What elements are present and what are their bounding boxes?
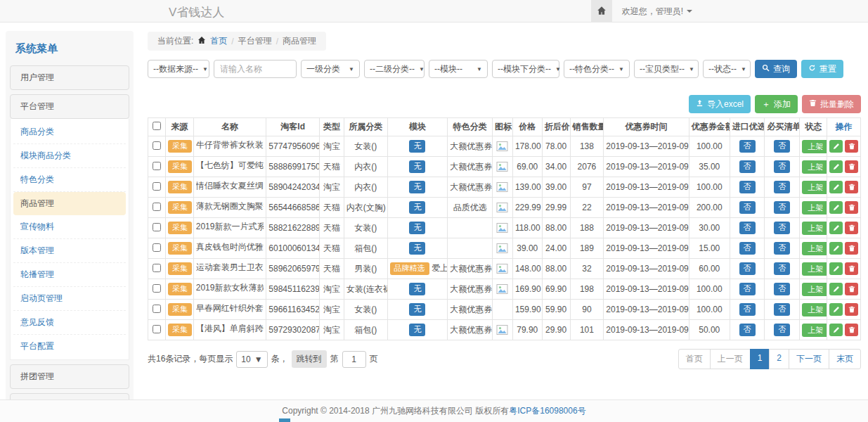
sidebar-item[interactable]: 启动页管理	[13, 287, 126, 311]
sidebar-item[interactable]: 平台配置	[13, 335, 126, 358]
edit-button[interactable]	[829, 201, 843, 214]
jump-button[interactable]: 跳转到	[292, 350, 327, 368]
must-buy-badge[interactable]: 否	[774, 283, 790, 295]
edit-button[interactable]	[829, 262, 843, 275]
import-select-badge[interactable]: 否	[739, 242, 756, 254]
delete-button[interactable]	[845, 160, 858, 173]
status-button[interactable]: 上架	[802, 160, 827, 174]
must-buy-badge[interactable]: 否	[774, 201, 790, 213]
edit-button[interactable]	[829, 181, 843, 193]
page-button[interactable]: 末页	[829, 349, 861, 369]
row-checkbox[interactable]	[153, 182, 161, 191]
row-checkbox[interactable]	[153, 141, 161, 150]
row-checkbox[interactable]	[153, 325, 161, 333]
import-select-badge[interactable]: 否	[739, 160, 756, 172]
name-search-input[interactable]	[214, 60, 297, 78]
icp-link[interactable]: 粤ICP备16098006号	[509, 405, 585, 417]
module-subcategory-select[interactable]: --模块下分类--▼	[492, 60, 559, 78]
edit-button[interactable]	[829, 324, 843, 336]
status-button[interactable]: 上架	[802, 242, 827, 255]
status-select[interactable]: --状态--▼	[703, 60, 751, 78]
edit-button[interactable]	[829, 160, 843, 173]
must-buy-badge[interactable]: 否	[774, 140, 790, 152]
row-checkbox[interactable]	[153, 223, 161, 231]
must-buy-badge[interactable]: 否	[774, 324, 790, 335]
sidebar-item[interactable]: 商品管理	[13, 192, 126, 215]
import-select-badge[interactable]: 否	[739, 222, 756, 234]
sidebar-item[interactable]: 商品分类	[13, 120, 126, 144]
sidebar-item[interactable]: 宣传物料	[13, 215, 126, 239]
search-button[interactable]: 查询	[755, 60, 797, 78]
level1-category-select[interactable]: 一级分类▼	[301, 60, 360, 78]
status-button[interactable]: 上架	[802, 222, 827, 235]
edit-button[interactable]	[829, 242, 843, 255]
sidebar-group[interactable]: 用户管理	[10, 65, 129, 90]
status-button[interactable]: 上架	[802, 324, 827, 337]
import-excel-button[interactable]: 导入excel	[689, 95, 751, 113]
page-button[interactable]: 1	[750, 349, 770, 369]
import-select-badge[interactable]: 否	[739, 303, 756, 315]
feature-category-select[interactable]: --特色分类--▼	[564, 60, 630, 78]
sidebar-item[interactable]: 特色分类	[13, 168, 126, 192]
row-checkbox[interactable]	[153, 264, 161, 272]
row-checkbox[interactable]	[153, 243, 161, 252]
must-buy-badge[interactable]: 否	[774, 303, 790, 315]
delete-button[interactable]	[845, 140, 858, 153]
delete-button[interactable]	[845, 303, 858, 316]
reset-button[interactable]: 重置	[801, 60, 843, 78]
status-button[interactable]: 上架	[802, 201, 827, 215]
home-button[interactable]	[591, 0, 612, 23]
edit-button[interactable]	[829, 140, 843, 153]
must-buy-badge[interactable]: 否	[774, 181, 790, 193]
must-buy-badge[interactable]: 否	[774, 160, 790, 172]
must-buy-badge[interactable]: 否	[774, 242, 790, 254]
page-button[interactable]: 2	[769, 349, 789, 369]
must-buy-badge[interactable]: 否	[774, 262, 790, 274]
per-page-select[interactable]: 10 ▼	[236, 351, 267, 368]
row-checkbox[interactable]	[153, 203, 161, 211]
delete-button[interactable]	[845, 201, 858, 214]
page-button[interactable]: 首页	[678, 349, 711, 369]
user-menu[interactable]: 欢迎您，管理员!	[622, 6, 692, 18]
import-select-badge[interactable]: 否	[739, 140, 756, 152]
sidebar-item[interactable]: 模块商品分类	[13, 144, 126, 168]
sidebar-group[interactable]: 平台管理	[10, 94, 129, 119]
import-select-badge[interactable]: 否	[739, 262, 756, 274]
status-button[interactable]: 上架	[802, 181, 827, 194]
edit-button[interactable]	[829, 283, 843, 295]
batch-delete-button[interactable]: 批量删除	[802, 95, 861, 113]
level2-category-select[interactable]: --二级分类--▼	[364, 60, 425, 78]
status-button[interactable]: 上架	[802, 303, 827, 316]
delete-button[interactable]	[845, 324, 858, 336]
delete-button[interactable]	[845, 222, 858, 234]
delete-button[interactable]	[845, 262, 858, 275]
status-button[interactable]: 上架	[802, 283, 827, 296]
delete-button[interactable]	[845, 181, 858, 193]
page-number-input[interactable]	[342, 351, 366, 368]
data-source-select[interactable]: --数据来源--▼	[148, 60, 209, 78]
row-checkbox[interactable]	[153, 305, 161, 313]
item-type-select[interactable]: --宝贝类型--▼	[634, 60, 699, 78]
row-checkbox[interactable]	[153, 284, 161, 293]
sidebar-group[interactable]: 拼团管理	[10, 364, 129, 389]
sidebar-item[interactable]: 意见反馈	[13, 311, 126, 335]
edit-button[interactable]	[829, 303, 843, 316]
status-button[interactable]: 上架	[802, 262, 827, 276]
select-all-checkbox[interactable]	[153, 122, 161, 130]
edit-button[interactable]	[829, 222, 843, 234]
sidebar-item[interactable]: 版本管理	[13, 239, 126, 263]
import-select-badge[interactable]: 否	[739, 324, 756, 335]
module-select[interactable]: --模块--▼	[429, 60, 488, 78]
must-buy-badge[interactable]: 否	[774, 222, 790, 234]
import-select-badge[interactable]: 否	[739, 201, 756, 213]
add-button[interactable]: ＋ 添加	[755, 95, 798, 113]
page-button[interactable]: 上一页	[710, 349, 751, 369]
import-select-badge[interactable]: 否	[739, 181, 756, 193]
status-button[interactable]: 上架	[802, 140, 827, 153]
breadcrumb-home-link[interactable]: 首页	[210, 35, 227, 47]
delete-button[interactable]	[845, 283, 858, 295]
import-select-badge[interactable]: 否	[739, 283, 756, 295]
row-checkbox[interactable]	[153, 162, 161, 170]
sidebar-item[interactable]: 轮播管理	[13, 263, 126, 287]
delete-button[interactable]	[845, 242, 858, 255]
